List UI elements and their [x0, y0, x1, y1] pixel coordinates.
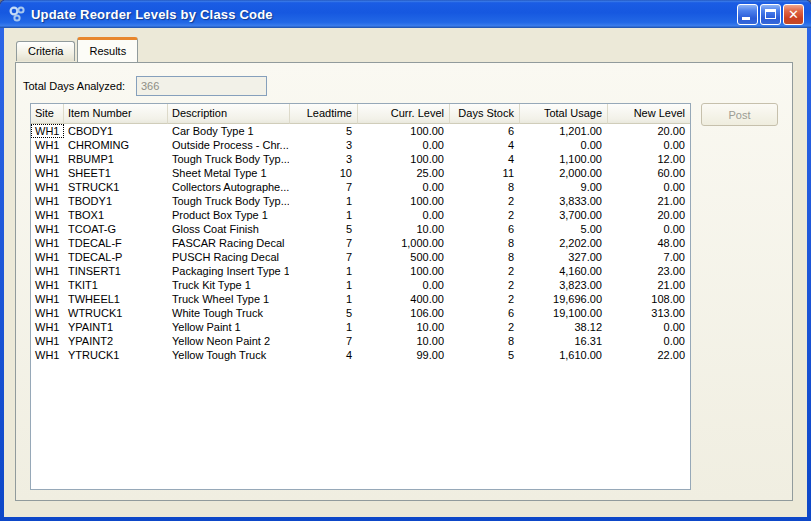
table-row[interactable]: WH1CHROMINGOutside Process - Chr...30.00… [31, 138, 690, 152]
table-row[interactable]: WH1YPAINT1Yellow Paint 1110.00238.120.00 [31, 320, 690, 334]
table-cell[interactable]: WH1 [31, 208, 64, 222]
table-cell[interactable]: 4 [450, 138, 520, 152]
table-cell[interactable]: WH1 [31, 152, 64, 166]
table-cell[interactable]: 6 [450, 306, 520, 320]
table-cell[interactable]: 4,160.00 [520, 264, 608, 278]
table-cell[interactable]: 3 [290, 138, 358, 152]
table-row[interactable]: WH1SHEET1Sheet Metal Type 11025.00112,00… [31, 166, 690, 180]
table-cell[interactable]: 6 [450, 124, 520, 138]
table-cell[interactable]: WH1 [31, 194, 64, 208]
table-cell[interactable]: WH1 [31, 292, 64, 306]
table-cell[interactable]: YTRUCK1 [64, 348, 168, 362]
table-cell[interactable]: 12.00 [608, 152, 690, 166]
table-cell[interactable]: 9.00 [520, 180, 608, 194]
table-cell[interactable]: 11 [450, 166, 520, 180]
table-cell[interactable]: 10.00 [358, 222, 450, 236]
table-cell[interactable]: 0.00 [608, 180, 690, 194]
table-cell[interactable]: 23.00 [608, 264, 690, 278]
table-cell[interactable]: 500.00 [358, 250, 450, 264]
table-cell[interactable]: 2,202.00 [520, 236, 608, 250]
table-cell[interactable]: 8 [450, 250, 520, 264]
table-cell[interactable]: 1,610.00 [520, 348, 608, 362]
table-cell[interactable]: 100.00 [358, 264, 450, 278]
table-cell[interactable]: WH1 [31, 138, 64, 152]
table-cell[interactable]: WH1 [31, 306, 64, 320]
table-cell[interactable]: 1,100.00 [520, 152, 608, 166]
table-cell[interactable]: PUSCH Racing Decal [168, 250, 290, 264]
table-cell[interactable]: 60.00 [608, 166, 690, 180]
table-cell[interactable]: 2 [450, 278, 520, 292]
table-row[interactable]: WH1TCOAT-GGloss Coat Finish510.0065.000.… [31, 222, 690, 236]
table-cell[interactable]: TINSERT1 [64, 264, 168, 278]
table-cell[interactable]: 0.00 [520, 138, 608, 152]
table-cell[interactable]: 21.00 [608, 194, 690, 208]
table-cell[interactable]: 2 [450, 208, 520, 222]
table-row[interactable]: WH1YTRUCK1Yellow Tough Truck499.0051,610… [31, 348, 690, 362]
table-cell[interactable]: YPAINT1 [64, 320, 168, 334]
tab-results[interactable]: Results [77, 37, 138, 62]
table-cell[interactable]: 100.00 [358, 124, 450, 138]
table-cell[interactable]: 0.00 [358, 278, 450, 292]
table-cell[interactable]: TBOX1 [64, 208, 168, 222]
table-cell[interactable]: 1,000.00 [358, 236, 450, 250]
table-cell[interactable]: 22.00 [608, 348, 690, 362]
table-cell[interactable]: Yellow Paint 1 [168, 320, 290, 334]
table-cell[interactable]: 0.00 [608, 320, 690, 334]
table-cell[interactable]: 3,700.00 [520, 208, 608, 222]
table-cell[interactable]: 0.00 [358, 208, 450, 222]
table-cell[interactable]: 2,000.00 [520, 166, 608, 180]
table-cell[interactable]: 7.00 [608, 250, 690, 264]
table-cell[interactable]: WH1 [31, 320, 64, 334]
table-cell[interactable]: CHROMING [64, 138, 168, 152]
table-cell[interactable]: 0.00 [608, 138, 690, 152]
table-cell[interactable]: 5 [290, 306, 358, 320]
column-header[interactable]: Description [168, 104, 290, 124]
table-cell[interactable]: WH1 [31, 264, 64, 278]
table-cell[interactable]: TDECAL-F [64, 236, 168, 250]
table-cell[interactable]: 7 [290, 334, 358, 348]
table-cell[interactable]: TBODY1 [64, 194, 168, 208]
table-cell[interactable]: Packaging Insert Type 1 [168, 264, 290, 278]
table-cell[interactable]: Product Box Type 1 [168, 208, 290, 222]
table-cell[interactable]: 313.00 [608, 306, 690, 320]
table-row[interactable]: WH1YPAINT2Yellow Neon Paint 2710.00816.3… [31, 334, 690, 348]
table-row[interactable]: WH1STRUCK1Collectors Autographe...70.008… [31, 180, 690, 194]
app-icon[interactable] [8, 5, 26, 23]
table-cell[interactable]: Outside Process - Chr... [168, 138, 290, 152]
table-cell[interactable]: 10.00 [358, 320, 450, 334]
table-cell[interactable]: TCOAT-G [64, 222, 168, 236]
table-cell[interactable]: 5.00 [520, 222, 608, 236]
table-cell[interactable]: 7 [290, 236, 358, 250]
table-row[interactable]: WH1RBUMP1Tough Truck Body Typ...3100.004… [31, 152, 690, 166]
table-row[interactable]: WH1TINSERT1Packaging Insert Type 11100.0… [31, 264, 690, 278]
table-cell[interactable]: 4 [290, 348, 358, 362]
table-cell[interactable]: 38.12 [520, 320, 608, 334]
table-cell[interactable]: WH1 [31, 180, 64, 194]
table-cell[interactable]: Tough Truck Body Typ... [168, 152, 290, 166]
table-cell[interactable]: WH1 [31, 166, 64, 180]
table-cell[interactable]: SHEET1 [64, 166, 168, 180]
table-cell[interactable]: 7 [290, 250, 358, 264]
table-cell[interactable]: 16.31 [520, 334, 608, 348]
table-cell[interactable]: CBODY1 [64, 124, 168, 138]
column-header[interactable]: New Level [608, 104, 690, 124]
table-row[interactable]: WH1TBOX1Product Box Type 110.0023,700.00… [31, 208, 690, 222]
tab-criteria[interactable]: Criteria [16, 41, 75, 61]
table-cell[interactable]: TWHEEL1 [64, 292, 168, 306]
table-cell[interactable]: 0.00 [608, 222, 690, 236]
table-cell[interactable]: 327.00 [520, 250, 608, 264]
table-cell[interactable]: 400.00 [358, 292, 450, 306]
table-cell[interactable]: 19,100.00 [520, 306, 608, 320]
table-cell[interactable]: 1 [290, 208, 358, 222]
table-cell[interactable]: 19,696.00 [520, 292, 608, 306]
table-row[interactable]: WH1CBODY1Car Body Type 15100.0061,201.00… [31, 124, 690, 138]
table-cell[interactable]: 2 [450, 264, 520, 278]
table-cell[interactable]: 106.00 [358, 306, 450, 320]
table-cell[interactable]: WH1 [31, 124, 64, 138]
table-cell[interactable]: 0.00 [358, 180, 450, 194]
total-days-input[interactable] [136, 76, 267, 96]
table-cell[interactable]: 4 [450, 152, 520, 166]
column-header[interactable]: Curr. Level [358, 104, 450, 124]
column-header[interactable]: Site [31, 104, 64, 124]
maximize-button[interactable] [760, 4, 781, 25]
